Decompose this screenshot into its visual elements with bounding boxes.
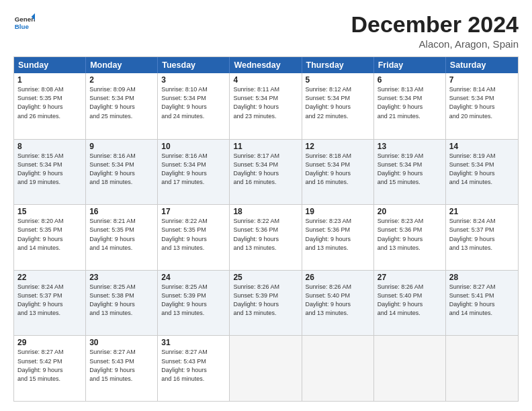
calendar-cell: 24Sunrise: 8:25 AM Sunset: 5:39 PM Dayli… bbox=[158, 271, 230, 336]
day-number: 2 bbox=[89, 75, 154, 85]
day-number: 12 bbox=[306, 142, 370, 151]
day-number: 17 bbox=[161, 207, 226, 216]
calendar-cell: 13Sunrise: 8:19 AM Sunset: 5:34 PM Dayli… bbox=[374, 140, 446, 205]
svg-text:Blue: Blue bbox=[15, 23, 30, 30]
cell-info: Sunrise: 8:24 AM Sunset: 5:37 PM Dayligh… bbox=[449, 217, 515, 252]
logo-icon: General Blue bbox=[13, 12, 35, 34]
day-number: 25 bbox=[233, 273, 298, 282]
page: General Blue December 2024 Alacon, Arago… bbox=[0, 0, 532, 411]
cell-info: Sunrise: 8:20 AM Sunset: 5:35 PM Dayligh… bbox=[17, 217, 82, 252]
calendar-cell: 26Sunrise: 8:26 AM Sunset: 5:40 PM Dayli… bbox=[302, 271, 374, 336]
calendar-cell: 14Sunrise: 8:19 AM Sunset: 5:34 PM Dayli… bbox=[446, 140, 518, 205]
cell-info: Sunrise: 8:08 AM Sunset: 5:35 PM Dayligh… bbox=[17, 85, 82, 120]
cell-info: Sunrise: 8:26 AM Sunset: 5:39 PM Dayligh… bbox=[233, 283, 298, 318]
calendar-row: 8Sunrise: 8:15 AM Sunset: 5:34 PM Daylig… bbox=[14, 139, 518, 205]
cell-info: Sunrise: 8:18 AM Sunset: 5:34 PM Dayligh… bbox=[306, 152, 370, 187]
header: General Blue December 2024 Alacon, Arago… bbox=[13, 12, 519, 50]
calendar-cell: 31Sunrise: 8:27 AM Sunset: 5:43 PM Dayli… bbox=[158, 336, 230, 401]
calendar-cell: 7Sunrise: 8:14 AM Sunset: 5:34 PM Daylig… bbox=[446, 73, 518, 139]
day-number: 3 bbox=[161, 75, 226, 85]
calendar-row: 22Sunrise: 8:24 AM Sunset: 5:37 PM Dayli… bbox=[14, 270, 518, 336]
header-day-wednesday: Wednesday bbox=[230, 57, 302, 73]
calendar-cell: 9Sunrise: 8:16 AM Sunset: 5:34 PM Daylig… bbox=[86, 140, 158, 205]
calendar-cell: 19Sunrise: 8:23 AM Sunset: 5:36 PM Dayli… bbox=[302, 205, 374, 270]
calendar-cell: 3Sunrise: 8:10 AM Sunset: 5:34 PM Daylig… bbox=[158, 73, 230, 139]
calendar-cell: 29Sunrise: 8:27 AM Sunset: 5:42 PM Dayli… bbox=[14, 336, 86, 401]
cell-info: Sunrise: 8:23 AM Sunset: 5:36 PM Dayligh… bbox=[378, 217, 442, 252]
calendar-cell: 23Sunrise: 8:25 AM Sunset: 5:38 PM Dayli… bbox=[86, 271, 158, 336]
day-number: 27 bbox=[378, 273, 442, 282]
calendar-cell: 2Sunrise: 8:09 AM Sunset: 5:34 PM Daylig… bbox=[86, 73, 158, 139]
cell-info: Sunrise: 8:22 AM Sunset: 5:36 PM Dayligh… bbox=[233, 217, 298, 252]
calendar-body: 1Sunrise: 8:08 AM Sunset: 5:35 PM Daylig… bbox=[14, 73, 518, 401]
day-number: 10 bbox=[161, 142, 226, 151]
day-number: 18 bbox=[233, 207, 298, 216]
calendar-row: 1Sunrise: 8:08 AM Sunset: 5:35 PM Daylig… bbox=[14, 73, 518, 139]
calendar-cell: 4Sunrise: 8:11 AM Sunset: 5:34 PM Daylig… bbox=[230, 73, 302, 139]
calendar-cell: 12Sunrise: 8:18 AM Sunset: 5:34 PM Dayli… bbox=[302, 140, 374, 205]
day-number: 5 bbox=[306, 75, 370, 85]
cell-info: Sunrise: 8:27 AM Sunset: 5:41 PM Dayligh… bbox=[449, 283, 515, 318]
calendar-cell: 16Sunrise: 8:21 AM Sunset: 5:35 PM Dayli… bbox=[86, 205, 158, 270]
calendar-cell: 25Sunrise: 8:26 AM Sunset: 5:39 PM Dayli… bbox=[230, 271, 302, 336]
cell-info: Sunrise: 8:21 AM Sunset: 5:35 PM Dayligh… bbox=[89, 217, 154, 252]
calendar-header: SundayMondayTuesdayWednesdayThursdayFrid… bbox=[14, 57, 518, 73]
calendar-cell: 28Sunrise: 8:27 AM Sunset: 5:41 PM Dayli… bbox=[446, 271, 518, 336]
cell-info: Sunrise: 8:25 AM Sunset: 5:38 PM Dayligh… bbox=[89, 283, 154, 318]
calendar-cell bbox=[230, 336, 302, 401]
calendar-cell: 17Sunrise: 8:22 AM Sunset: 5:35 PM Dayli… bbox=[158, 205, 230, 270]
calendar-cell: 18Sunrise: 8:22 AM Sunset: 5:36 PM Dayli… bbox=[230, 205, 302, 270]
day-number: 16 bbox=[89, 207, 154, 216]
logo: General Blue bbox=[13, 12, 35, 34]
header-day-saturday: Saturday bbox=[446, 57, 518, 73]
cell-info: Sunrise: 8:16 AM Sunset: 5:34 PM Dayligh… bbox=[161, 152, 226, 187]
header-day-monday: Monday bbox=[86, 57, 158, 73]
calendar-cell: 11Sunrise: 8:17 AM Sunset: 5:34 PM Dayli… bbox=[230, 140, 302, 205]
day-number: 7 bbox=[449, 75, 515, 85]
cell-info: Sunrise: 8:19 AM Sunset: 5:34 PM Dayligh… bbox=[378, 152, 442, 187]
day-number: 6 bbox=[378, 75, 442, 85]
cell-info: Sunrise: 8:23 AM Sunset: 5:36 PM Dayligh… bbox=[306, 217, 370, 252]
day-number: 31 bbox=[161, 338, 226, 347]
day-number: 15 bbox=[17, 207, 82, 216]
cell-info: Sunrise: 8:27 AM Sunset: 5:43 PM Dayligh… bbox=[89, 348, 154, 383]
day-number: 8 bbox=[17, 142, 82, 151]
cell-info: Sunrise: 8:26 AM Sunset: 5:40 PM Dayligh… bbox=[378, 283, 442, 318]
cell-info: Sunrise: 8:17 AM Sunset: 5:34 PM Dayligh… bbox=[233, 152, 298, 187]
cell-info: Sunrise: 8:25 AM Sunset: 5:39 PM Dayligh… bbox=[161, 283, 226, 318]
cell-info: Sunrise: 8:24 AM Sunset: 5:37 PM Dayligh… bbox=[17, 283, 82, 318]
calendar-row: 15Sunrise: 8:20 AM Sunset: 5:35 PM Dayli… bbox=[14, 204, 518, 270]
title-block: December 2024 Alacon, Aragon, Spain bbox=[351, 12, 519, 50]
cell-info: Sunrise: 8:14 AM Sunset: 5:34 PM Dayligh… bbox=[449, 85, 515, 120]
cell-info: Sunrise: 8:27 AM Sunset: 5:43 PM Dayligh… bbox=[161, 348, 226, 383]
day-number: 28 bbox=[449, 273, 515, 282]
day-number: 21 bbox=[449, 207, 515, 216]
main-title: December 2024 bbox=[351, 12, 519, 37]
day-number: 1 bbox=[17, 75, 82, 85]
calendar-cell: 20Sunrise: 8:23 AM Sunset: 5:36 PM Dayli… bbox=[374, 205, 446, 270]
day-number: 4 bbox=[233, 75, 298, 85]
calendar-cell bbox=[374, 336, 446, 401]
day-number: 13 bbox=[378, 142, 442, 151]
cell-info: Sunrise: 8:19 AM Sunset: 5:34 PM Dayligh… bbox=[449, 152, 515, 187]
calendar: SundayMondayTuesdayWednesdayThursdayFrid… bbox=[13, 56, 519, 402]
calendar-cell: 1Sunrise: 8:08 AM Sunset: 5:35 PM Daylig… bbox=[14, 73, 86, 139]
cell-info: Sunrise: 8:15 AM Sunset: 5:34 PM Dayligh… bbox=[17, 152, 82, 187]
subtitle: Alacon, Aragon, Spain bbox=[351, 38, 519, 50]
calendar-cell: 27Sunrise: 8:26 AM Sunset: 5:40 PM Dayli… bbox=[374, 271, 446, 336]
day-number: 30 bbox=[89, 338, 154, 347]
calendar-cell bbox=[302, 336, 374, 401]
cell-info: Sunrise: 8:09 AM Sunset: 5:34 PM Dayligh… bbox=[89, 85, 154, 120]
cell-info: Sunrise: 8:10 AM Sunset: 5:34 PM Dayligh… bbox=[161, 85, 226, 120]
day-number: 11 bbox=[233, 142, 298, 151]
day-number: 26 bbox=[306, 273, 370, 282]
header-day-friday: Friday bbox=[374, 57, 446, 73]
calendar-cell: 22Sunrise: 8:24 AM Sunset: 5:37 PM Dayli… bbox=[14, 271, 86, 336]
calendar-cell: 10Sunrise: 8:16 AM Sunset: 5:34 PM Dayli… bbox=[158, 140, 230, 205]
day-number: 29 bbox=[17, 338, 82, 347]
day-number: 24 bbox=[161, 273, 226, 282]
cell-info: Sunrise: 8:12 AM Sunset: 5:34 PM Dayligh… bbox=[306, 85, 370, 120]
cell-info: Sunrise: 8:27 AM Sunset: 5:42 PM Dayligh… bbox=[17, 348, 82, 383]
calendar-cell: 5Sunrise: 8:12 AM Sunset: 5:34 PM Daylig… bbox=[302, 73, 374, 139]
header-day-thursday: Thursday bbox=[302, 57, 374, 73]
